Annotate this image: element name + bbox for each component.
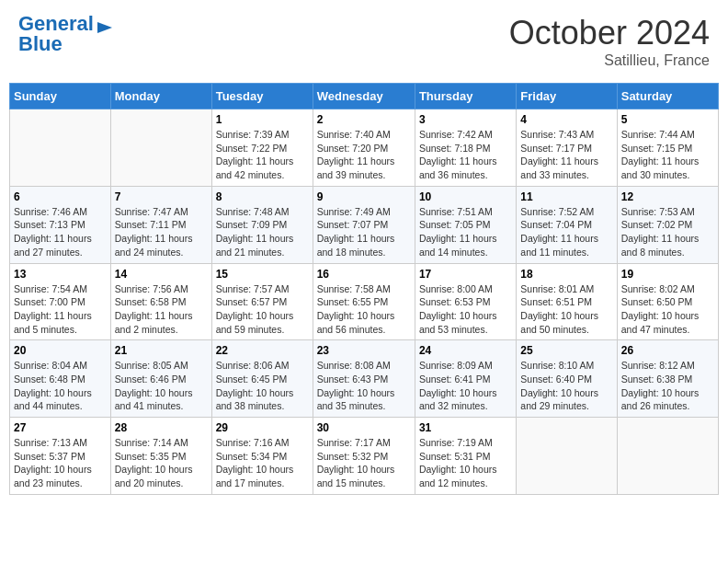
day-info: Sunrise: 8:05 AM Sunset: 6:46 PM Dayligh… xyxy=(115,359,208,413)
day-info: Sunrise: 8:02 AM Sunset: 6:50 PM Dayligh… xyxy=(621,282,714,337)
day-info: Sunrise: 7:57 AM Sunset: 6:57 PM Dayligh… xyxy=(216,282,309,337)
day-info: Sunrise: 7:58 AM Sunset: 6:55 PM Dayligh… xyxy=(317,282,411,337)
calendar-cell: 7Sunrise: 7:47 AM Sunset: 7:11 PM Daylig… xyxy=(110,186,211,263)
calendar-cell: 23Sunrise: 8:08 AM Sunset: 6:43 PM Dayli… xyxy=(313,340,415,418)
header-friday: Friday xyxy=(517,84,617,109)
calendar-cell: 30Sunrise: 7:17 AM Sunset: 5:32 PM Dayli… xyxy=(313,418,415,495)
calendar-week-4: 20Sunrise: 8:04 AM Sunset: 6:48 PM Dayli… xyxy=(10,340,719,418)
day-info: Sunrise: 7:56 AM Sunset: 6:58 PM Dayligh… xyxy=(115,282,208,337)
day-info: Sunrise: 7:46 AM Sunset: 7:13 PM Dayligh… xyxy=(14,205,107,259)
day-number: 12 xyxy=(621,190,714,203)
header-wednesday: Wednesday xyxy=(313,84,415,109)
day-number: 3 xyxy=(419,113,512,126)
calendar-cell: 26Sunrise: 8:12 AM Sunset: 6:38 PM Dayli… xyxy=(617,340,718,418)
calendar-week-5: 27Sunrise: 7:13 AM Sunset: 5:37 PM Dayli… xyxy=(10,418,719,495)
calendar-week-3: 13Sunrise: 7:54 AM Sunset: 7:00 PM Dayli… xyxy=(10,263,719,340)
day-number: 2 xyxy=(317,113,411,126)
day-number: 6 xyxy=(14,190,107,203)
calendar-cell: 27Sunrise: 7:13 AM Sunset: 5:37 PM Dayli… xyxy=(10,418,111,495)
logo-text: GeneralBlue xyxy=(18,14,94,54)
calendar-cell: 4Sunrise: 7:43 AM Sunset: 7:17 PM Daylig… xyxy=(517,109,617,187)
calendar-header-row: SundayMondayTuesdayWednesdayThursdayFrid… xyxy=(10,84,719,109)
day-info: Sunrise: 7:39 AM Sunset: 7:22 PM Dayligh… xyxy=(216,128,309,182)
calendar-cell: 24Sunrise: 8:09 AM Sunset: 6:41 PM Dayli… xyxy=(415,340,516,418)
calendar-cell: 20Sunrise: 8:04 AM Sunset: 6:48 PM Dayli… xyxy=(10,340,111,418)
title-block: October 2024 Satillieu, France xyxy=(509,14,710,69)
day-number: 26 xyxy=(621,344,714,357)
day-info: Sunrise: 7:48 AM Sunset: 7:09 PM Dayligh… xyxy=(216,205,309,259)
calendar-cell: 13Sunrise: 7:54 AM Sunset: 7:00 PM Dayli… xyxy=(10,263,111,340)
day-info: Sunrise: 7:52 AM Sunset: 7:04 PM Dayligh… xyxy=(520,205,612,259)
calendar-cell: 29Sunrise: 7:16 AM Sunset: 5:34 PM Dayli… xyxy=(211,418,313,495)
page-header: GeneralBlue October 2024 Satillieu, Fran… xyxy=(9,9,719,74)
day-info: Sunrise: 8:08 AM Sunset: 6:43 PM Dayligh… xyxy=(317,359,411,413)
day-number: 10 xyxy=(419,190,512,203)
day-number: 11 xyxy=(520,190,612,203)
day-number: 16 xyxy=(317,268,411,281)
day-number: 13 xyxy=(14,268,107,281)
month-year-title: October 2024 xyxy=(509,14,710,52)
calendar-cell: 5Sunrise: 7:44 AM Sunset: 7:15 PM Daylig… xyxy=(617,109,718,187)
calendar-cell: 14Sunrise: 7:56 AM Sunset: 6:58 PM Dayli… xyxy=(110,263,211,340)
day-info: Sunrise: 7:47 AM Sunset: 7:11 PM Dayligh… xyxy=(115,205,208,259)
day-number: 14 xyxy=(115,268,208,281)
header-tuesday: Tuesday xyxy=(211,84,313,109)
calendar-cell xyxy=(110,109,211,187)
day-number: 9 xyxy=(317,190,411,203)
calendar-cell: 12Sunrise: 7:53 AM Sunset: 7:02 PM Dayli… xyxy=(617,186,718,263)
calendar-cell: 3Sunrise: 7:42 AM Sunset: 7:18 PM Daylig… xyxy=(415,109,516,187)
day-info: Sunrise: 7:54 AM Sunset: 7:00 PM Dayligh… xyxy=(14,282,107,337)
day-info: Sunrise: 7:49 AM Sunset: 7:07 PM Dayligh… xyxy=(317,205,411,259)
day-number: 31 xyxy=(419,421,512,434)
svg-marker-0 xyxy=(97,22,112,33)
day-number: 15 xyxy=(216,268,309,281)
day-number: 19 xyxy=(621,268,714,281)
calendar-cell: 28Sunrise: 7:14 AM Sunset: 5:35 PM Dayli… xyxy=(110,418,211,495)
calendar-cell: 11Sunrise: 7:52 AM Sunset: 7:04 PM Dayli… xyxy=(517,186,617,263)
day-number: 27 xyxy=(14,421,107,434)
calendar-cell: 25Sunrise: 8:10 AM Sunset: 6:40 PM Dayli… xyxy=(517,340,617,418)
day-number: 20 xyxy=(14,344,107,357)
day-info: Sunrise: 7:51 AM Sunset: 7:05 PM Dayligh… xyxy=(419,205,512,259)
day-info: Sunrise: 8:10 AM Sunset: 6:40 PM Dayligh… xyxy=(520,359,612,413)
calendar-cell: 6Sunrise: 7:46 AM Sunset: 7:13 PM Daylig… xyxy=(10,186,111,263)
calendar-cell xyxy=(10,109,111,187)
day-number: 28 xyxy=(115,421,208,434)
day-number: 5 xyxy=(621,113,714,126)
calendar-cell xyxy=(617,418,718,495)
day-info: Sunrise: 7:19 AM Sunset: 5:31 PM Dayligh… xyxy=(419,436,512,490)
day-number: 4 xyxy=(520,113,612,126)
calendar-cell: 10Sunrise: 7:51 AM Sunset: 7:05 PM Dayli… xyxy=(415,186,516,263)
day-info: Sunrise: 8:04 AM Sunset: 6:48 PM Dayligh… xyxy=(14,359,107,413)
calendar-cell: 16Sunrise: 7:58 AM Sunset: 6:55 PM Dayli… xyxy=(313,263,415,340)
calendar-cell: 21Sunrise: 8:05 AM Sunset: 6:46 PM Dayli… xyxy=(110,340,211,418)
logo-icon xyxy=(97,18,116,37)
day-number: 8 xyxy=(216,190,309,203)
day-number: 29 xyxy=(216,421,309,434)
day-number: 7 xyxy=(115,190,208,203)
calendar-cell: 17Sunrise: 8:00 AM Sunset: 6:53 PM Dayli… xyxy=(415,263,516,340)
calendar-cell: 19Sunrise: 8:02 AM Sunset: 6:50 PM Dayli… xyxy=(617,263,718,340)
day-info: Sunrise: 7:53 AM Sunset: 7:02 PM Dayligh… xyxy=(621,205,714,259)
day-number: 30 xyxy=(317,421,411,434)
calendar-cell: 1Sunrise: 7:39 AM Sunset: 7:22 PM Daylig… xyxy=(211,109,313,187)
day-info: Sunrise: 7:43 AM Sunset: 7:17 PM Dayligh… xyxy=(520,128,612,182)
calendar-cell: 2Sunrise: 7:40 AM Sunset: 7:20 PM Daylig… xyxy=(313,109,415,187)
day-number: 17 xyxy=(419,268,512,281)
day-info: Sunrise: 8:12 AM Sunset: 6:38 PM Dayligh… xyxy=(621,359,714,413)
day-info: Sunrise: 7:16 AM Sunset: 5:34 PM Dayligh… xyxy=(216,436,309,490)
day-number: 18 xyxy=(520,268,612,281)
day-info: Sunrise: 7:42 AM Sunset: 7:18 PM Dayligh… xyxy=(419,128,512,182)
calendar-cell: 22Sunrise: 8:06 AM Sunset: 6:45 PM Dayli… xyxy=(211,340,313,418)
day-info: Sunrise: 8:06 AM Sunset: 6:45 PM Dayligh… xyxy=(216,359,309,413)
day-info: Sunrise: 8:01 AM Sunset: 6:51 PM Dayligh… xyxy=(520,282,612,337)
day-info: Sunrise: 7:17 AM Sunset: 5:32 PM Dayligh… xyxy=(317,436,411,490)
header-monday: Monday xyxy=(110,84,211,109)
calendar-cell: 31Sunrise: 7:19 AM Sunset: 5:31 PM Dayli… xyxy=(415,418,516,495)
day-info: Sunrise: 7:40 AM Sunset: 7:20 PM Dayligh… xyxy=(317,128,411,182)
day-number: 24 xyxy=(419,344,512,357)
calendar-week-1: 1Sunrise: 7:39 AM Sunset: 7:22 PM Daylig… xyxy=(10,109,719,187)
day-number: 21 xyxy=(115,344,208,357)
header-saturday: Saturday xyxy=(617,84,718,109)
header-thursday: Thursday xyxy=(415,84,516,109)
